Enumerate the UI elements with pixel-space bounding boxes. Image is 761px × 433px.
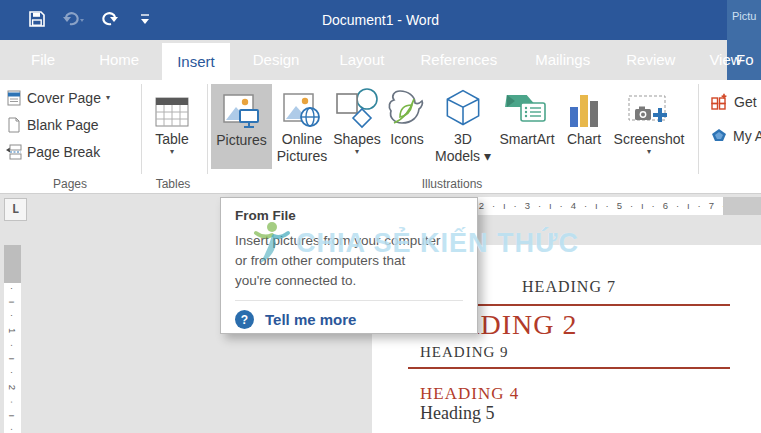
tab-mailings[interactable]: Mailings (520, 40, 605, 80)
tell-me-more-link[interactable]: Tell me more (265, 311, 356, 328)
tables-group-label: Tables (142, 177, 204, 191)
table-dropdown-arrow[interactable]: ▾ (170, 148, 174, 156)
title-bar: Document1 - Word (0, 0, 761, 40)
get-add-ins-icon (711, 93, 728, 110)
vertical-ruler-scale: · ı · 1 · ı · 2 · ı · 3 · (4, 283, 21, 433)
shapes-button[interactable]: Shapes ▾ (332, 83, 382, 173)
window-title: Document1 - Word (0, 0, 761, 40)
heading-9-text[interactable]: HEADING 9 (420, 344, 509, 361)
tab-design[interactable]: Design (238, 40, 315, 80)
chart-button[interactable]: Chart (560, 83, 608, 173)
tooltip-divider (235, 300, 463, 301)
3d-models-label-1: 3D (454, 131, 472, 148)
online-pictures-label-1: Online (282, 131, 322, 148)
tab-references[interactable]: References (405, 40, 512, 80)
cover-page-label: Cover Page (27, 90, 101, 106)
screenshot-button[interactable]: Screenshot ▾ (608, 83, 690, 173)
get-add-ins-label: Get (734, 94, 757, 110)
online-pictures-icon (283, 93, 321, 129)
group-separator (698, 84, 699, 174)
screenshot-dropdown-arrow[interactable]: ▾ (647, 148, 651, 156)
cover-page-icon (6, 90, 22, 106)
online-pictures-button[interactable]: Online Pictures (272, 83, 332, 173)
tab-format-contextual[interactable]: Fo (727, 40, 761, 80)
ribbon-tab-row: File Home Insert Design Layout Reference… (0, 40, 761, 80)
icons-label: Icons (390, 131, 423, 148)
heading-4-text[interactable]: HEADING 4 (420, 384, 519, 404)
picture-tools-header: Pictu (727, 10, 761, 22)
3d-models-cube-icon (443, 87, 483, 129)
vertical-ruler-margin (4, 245, 21, 283)
tab-layout[interactable]: Layout (324, 40, 399, 80)
page-break-label: Page Break (27, 144, 100, 160)
tab-review[interactable]: Review (611, 40, 690, 80)
smartart-label: SmartArt (499, 131, 554, 148)
blank-page-button[interactable]: Blank Page (6, 116, 110, 133)
group-separator (141, 84, 142, 174)
table-button[interactable]: Table ▾ (144, 83, 200, 173)
word-window: Document1 - Word Pictu File Home Insert … (0, 0, 761, 433)
tab-stop-selector[interactable]: L (4, 198, 27, 221)
tooltip-line-3: you're connected to. (235, 271, 463, 291)
tooltip-line-1: Insert pictures from your computer (235, 231, 463, 251)
table-label: Table (155, 131, 188, 148)
my-add-ins-label: My A (733, 128, 761, 144)
chart-label: Chart (567, 131, 601, 148)
page-break-icon (6, 144, 22, 160)
icons-duck-icon (386, 87, 428, 129)
tab-insert[interactable]: Insert (162, 43, 230, 80)
pages-group: Cover Page ▾ Blank Page Page Break (6, 89, 110, 160)
online-pictures-label-2: Pictures (277, 148, 328, 165)
cover-page-button[interactable]: Cover Page ▾ (6, 89, 110, 106)
tooltip-line-2: or from other computers that (235, 251, 463, 271)
pages-group-label: Pages (0, 177, 140, 191)
illustrations-group-label: Illustrations (207, 177, 697, 191)
icons-button[interactable]: Icons (382, 83, 432, 173)
shapes-icon (334, 87, 380, 129)
shapes-label: Shapes (333, 131, 380, 148)
chart-icon (568, 93, 600, 129)
tab-file[interactable]: File (16, 40, 70, 80)
my-add-ins-button[interactable]: My A (711, 128, 761, 144)
shapes-dropdown-arrow[interactable]: ▾ (355, 148, 359, 156)
tooltip-title: From File (235, 208, 463, 223)
ruler-right-margin (723, 197, 761, 215)
tooltip-body: Insert pictures from your computer or fr… (235, 231, 463, 291)
page-break-button[interactable]: Page Break (6, 143, 110, 160)
table-icon (155, 95, 189, 129)
pictures-button[interactable]: Pictures (211, 84, 272, 169)
tab-home[interactable]: Home (84, 40, 154, 80)
ribbon: Cover Page ▾ Blank Page Page Break Pages… (0, 80, 761, 194)
blank-page-label: Blank Page (27, 117, 99, 133)
pictures-tooltip: From File Insert pictures from your comp… (220, 197, 478, 334)
heading-5-text[interactable]: Heading 5 (420, 403, 494, 424)
vertical-ruler[interactable]: · ı · 1 · ı · 2 · ı · 3 · (4, 245, 21, 433)
help-icon[interactable]: ? (235, 310, 254, 329)
smartart-button[interactable]: SmartArt (494, 83, 560, 173)
get-add-ins-button[interactable]: Get (711, 93, 757, 110)
cover-page-dropdown-arrow[interactable]: ▾ (106, 94, 110, 102)
red-rule (408, 367, 730, 369)
smartart-icon (505, 93, 549, 129)
my-add-ins-icon (711, 128, 727, 144)
screenshot-label: Screenshot (614, 131, 685, 148)
blank-page-icon (6, 117, 22, 133)
group-separator (207, 84, 208, 174)
3d-models-button[interactable]: 3D Models ▾ (432, 83, 494, 173)
3d-models-label-2: Models ▾ (435, 148, 491, 165)
screenshot-icon (628, 95, 670, 129)
pictures-label: Pictures (216, 132, 267, 149)
pictures-icon (223, 94, 261, 130)
